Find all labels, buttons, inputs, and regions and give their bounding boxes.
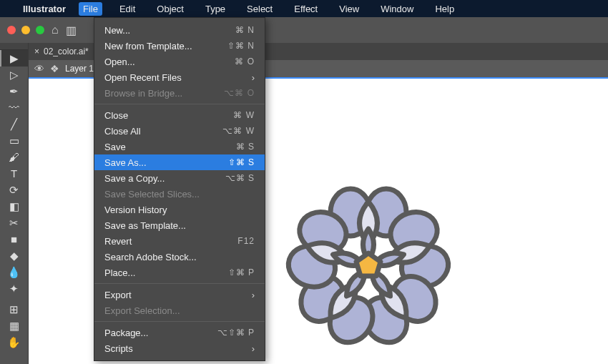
window-controls [7,26,44,34]
menu-item-close[interactable]: Close⌘ W [94,107,265,123]
menu-item-label: Close All [104,126,141,137]
scissors-tool[interactable]: ✂ [0,215,28,231]
menu-shortcut: ⌥⇧⌘ P [217,328,255,338]
menu-item-label: Close [104,110,128,121]
layers-icon[interactable]: ❖ [50,63,59,74]
menu-item-export[interactable]: Export› [94,287,265,302]
menu-window[interactable]: Window [376,2,418,16]
menu-shortcut: ⇧⌘ N [227,41,255,51]
close-tab-icon[interactable]: × [34,46,39,56]
menu-item-label: Open... [104,56,135,67]
document-tab[interactable]: × 02_color.ai* [34,46,89,56]
eraser-tool[interactable]: ◧ [0,198,28,215]
menu-item-save-as[interactable]: Save As...⇧⌘ S [94,154,265,170]
menu-item-browse-in-bridge: Browse in Bridge...⌥⌘ O [94,85,265,101]
rectangle-tool[interactable]: ▭ [0,132,28,149]
pen-tool[interactable]: ✒ [0,83,28,99]
direct-selection-tool[interactable]: ▷ [0,67,28,83]
menu-edit[interactable]: Edit [115,2,139,16]
file-menu: New...⌘ NNew from Template...⇧⌘ NOpen...… [94,17,265,361]
paintbrush-tool[interactable]: 🖌 [0,149,28,165]
menu-shortcut: F12 [237,236,255,246]
tools-panel: ▶▷✒〰╱▭🖌T⟳◧✂■◆💧✦⊞▦✋ [0,43,29,364]
menu-item-package[interactable]: Package...⌥⇧⌘ P [94,325,265,340]
menu-shortcut: ⌥⌘ W [222,126,255,136]
menu-item-new-from-template[interactable]: New from Template...⇧⌘ N [94,38,265,54]
menu-item-close-all[interactable]: Close All⌥⌘ W [94,123,265,139]
close-window-button[interactable] [7,26,16,34]
menu-item-search-adobe-stock[interactable]: Search Adobe Stock... [94,249,265,265]
selection-tool[interactable]: ▶ [0,50,28,67]
menu-shortcut: ⌘ O [235,56,255,67]
menu-item-open-recent-files[interactable]: Open Recent Files› [94,69,265,85]
menu-item-label: Open Recent Files [104,72,182,83]
app-name: Illustrator [23,4,66,14]
menu-separator [94,321,265,322]
menu-item-label: Save As... [104,157,147,168]
chevron-right-icon: › [252,343,255,354]
artboard-tool[interactable]: ▦ [0,318,28,334]
menu-shortcut: ⇧⌘ P [228,267,255,277]
menu-item-label: Place... [104,267,135,278]
menu-shortcut: ⌘ W [233,110,255,120]
eyedropper-tool[interactable]: 💧 [0,264,28,280]
symbol-sprayer-tool[interactable]: ⊞ [0,301,28,318]
menu-item-open[interactable]: Open...⌘ O [94,54,265,69]
chevron-right-icon: › [252,72,255,83]
menu-item-new[interactable]: New...⌘ N [94,22,265,38]
menu-item-revert[interactable]: RevertF12 [94,233,265,249]
arrange-icon[interactable]: ▥ [66,24,77,37]
menu-shortcut: ⌘ N [235,25,255,35]
gradient-tool[interactable]: ■ [0,231,28,247]
menu-item-scripts[interactable]: Scripts› [94,340,265,356]
menu-item-label: Save a Copy... [104,173,165,184]
line-tool[interactable]: ╱ [0,116,28,132]
menu-item-label: Scripts [104,343,133,354]
shape-builder-tool[interactable]: ◆ [0,247,28,264]
menu-item-label: Revert [104,236,132,247]
macos-menubar: Illustrator FileEditObjectTypeSelectEffe… [0,0,608,17]
layer-row[interactable]: 👁 ❖ Layer 1 [0,60,608,79]
blend-tool[interactable]: ✦ [0,280,28,297]
menu-item-save[interactable]: Save⌘ S [94,139,265,154]
menu-item-label: Save as Template... [104,220,186,231]
app-bar: ⌂ ▥ [0,17,608,43]
menu-type[interactable]: Type [201,2,230,16]
document-tabs: × 02_color.ai* [0,43,608,60]
tab-title: 02_color.ai* [44,46,89,56]
maximize-window-button[interactable] [36,26,44,34]
menu-item-place[interactable]: Place...⇧⌘ P [94,265,265,280]
curvature-tool[interactable]: 〰 [0,99,28,116]
flower-artwork[interactable] [275,173,461,362]
menu-shortcut: ⌥⌘ O [224,88,255,98]
menu-help[interactable]: Help [431,2,459,16]
ruler-corner [0,43,28,50]
minimize-window-button[interactable] [21,26,30,34]
menu-item-label: Package... [104,328,148,338]
menu-object[interactable]: Object [152,2,188,16]
chevron-right-icon: › [252,290,255,300]
menu-item-version-history[interactable]: Version History [94,202,265,217]
menu-item-label: Export Selection... [104,305,180,316]
menu-effect[interactable]: Effect [290,2,322,16]
rotate-tool[interactable]: ⟳ [0,182,28,198]
visibility-icon[interactable]: 👁 [34,63,44,74]
home-icon[interactable]: ⌂ [52,24,59,36]
menu-item-label: New from Template... [104,41,192,51]
menu-item-label: New... [104,25,130,36]
menu-item-export-selection: Export Selection... [94,302,265,318]
menu-item-save-a-copy[interactable]: Save a Copy...⌥⌘ S [94,170,265,186]
menu-file[interactable]: File [79,2,102,16]
menu-item-label: Search Adobe Stock... [104,252,197,262]
menu-item-label: Save Selected Slices... [104,189,200,200]
svg-marker-10 [356,253,381,276]
hand-tool[interactable]: ✋ [0,334,28,350]
menu-item-label: Browse in Bridge... [104,88,182,99]
menu-select[interactable]: Select [242,2,277,16]
menu-view[interactable]: View [335,2,363,16]
layer-name: Layer 1 [65,64,94,74]
menu-item-label: Save [104,142,126,152]
menu-item-save-selected-slices: Save Selected Slices... [94,186,265,202]
menu-item-save-as-template[interactable]: Save as Template... [94,217,265,233]
type-tool[interactable]: T [0,165,28,182]
